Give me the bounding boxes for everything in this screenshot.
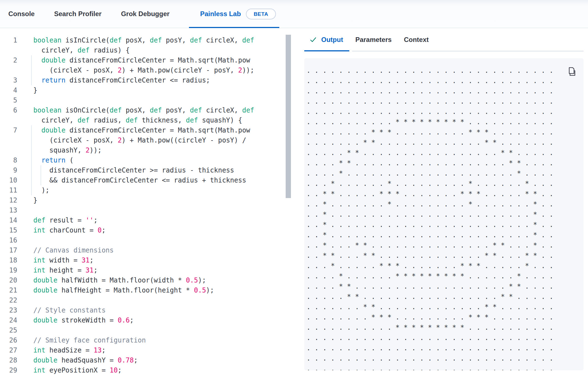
code-line-text: return (: [25, 155, 74, 165]
code-line-text: distanceFromCircleCenter >= radius - thi…: [33, 165, 234, 175]
line-number: 27: [0, 345, 17, 355]
indent-guide: [31, 155, 32, 165]
check-icon: [309, 36, 317, 44]
code-line-text: double strokeWidth = 0.6;: [17, 315, 134, 325]
code-line-text: int width = 31;: [17, 255, 94, 265]
tab-output-label: Output: [321, 36, 343, 44]
indent-guide: [31, 125, 32, 135]
code-line-text: && distanceFromCircleCenter <= radius + …: [33, 175, 246, 185]
code-line-text: double distanceFromCircleCenter = Math.s…: [25, 125, 250, 135]
code-line-text: // Style constants: [17, 305, 106, 315]
code-row: 3return distanceFromCircleCenter <= radi…: [0, 75, 300, 85]
code-line-text: [17, 235, 33, 245]
line-number: 22: [0, 295, 17, 305]
code-row: 9distanceFromCircleCenter >= radius - th…: [0, 165, 300, 175]
line-number: 17: [0, 245, 17, 255]
code-row: 14def result = '';: [0, 215, 300, 225]
line-number: 14: [0, 215, 17, 225]
line-number: 3: [0, 75, 17, 85]
line-number: 10: [0, 175, 17, 185]
line-number: 13: [0, 205, 17, 215]
line-number: [0, 145, 17, 155]
tab-console[interactable]: Console: [8, 0, 35, 28]
code-line-text: int charCount = 0;: [17, 225, 106, 235]
devtools-header: Console Search Profiler Grok Debugger Pa…: [0, 0, 588, 28]
code-line-text: double halfHeight = Math.floor(height * …: [17, 285, 214, 295]
line-number: 11: [0, 185, 17, 195]
code-row: 29int eyePositionX = 10;: [0, 365, 300, 375]
code-row: 11);: [0, 185, 300, 195]
tab-painless-lab-label: Painless Lab: [200, 10, 241, 18]
code-line-text: double halfWidth = Math.floor(width * 0.…: [17, 275, 206, 285]
line-number: 23: [0, 305, 17, 315]
code-row: 10&& distanceFromCircleCenter <= radius …: [0, 175, 300, 185]
code-line-text: int height = 31;: [17, 265, 98, 275]
code-line-text: double headSquashY = 0.78;: [17, 355, 138, 365]
copy-button[interactable]: [568, 67, 577, 77]
code-line-text: }: [17, 85, 37, 95]
tab-painless-lab[interactable]: Painless Lab BETA: [189, 0, 279, 28]
indent-guide: [41, 165, 41, 175]
line-number: 21: [0, 285, 17, 295]
line-number: 28: [0, 355, 17, 365]
copy-icon: [568, 67, 577, 76]
code-line-text: (circleX - posX, 2) + Math.pow(circleY -…: [33, 65, 254, 75]
code-row: 12}: [0, 195, 300, 205]
indent-guide: [31, 55, 32, 65]
code-row: 23// Style constants: [0, 305, 300, 315]
code-line-text: circleY, def radius) {: [25, 45, 130, 55]
tab-context[interactable]: Context: [404, 28, 428, 51]
line-number: 2: [0, 55, 17, 65]
code-line-text: double distanceFromCircleCenter = Math.s…: [25, 55, 250, 65]
code-row: 2double distanceFromCircleCenter = Math.…: [0, 55, 300, 65]
line-number: 20: [0, 275, 17, 285]
line-number: 26: [0, 335, 17, 345]
line-number: 24: [0, 315, 17, 325]
code-row: 17// Canvas dimensions: [0, 245, 300, 255]
line-number: [0, 135, 17, 145]
code-row: circleY, def radius) {: [0, 45, 300, 55]
code-line-text: }: [17, 195, 37, 205]
editor-scrollbar-thumb[interactable]: [286, 35, 291, 198]
code-line-text: [17, 325, 33, 335]
code-line-text: (circleX - posX, 2) + Math.pow((circleY …: [33, 135, 246, 145]
line-number: 18: [0, 255, 17, 265]
code-row: 5: [0, 95, 300, 105]
code-line-text: [17, 95, 33, 105]
code-row: (circleX - posX, 2) + Math.pow(circleY -…: [0, 65, 300, 75]
tab-search-profiler[interactable]: Search Profiler: [54, 0, 102, 28]
indent-guide: [31, 165, 32, 175]
line-number: 6: [0, 105, 17, 115]
line-number: 5: [0, 95, 17, 105]
code-line-text: int eyePositionX = 10;: [17, 365, 122, 375]
indent-guide: [31, 75, 32, 85]
code-line-text: // Canvas dimensions: [17, 245, 114, 255]
tab-output[interactable]: Output: [309, 28, 343, 51]
code-editor[interactable]: 1boolean isInCircle(def posX, def posY, …: [0, 28, 300, 375]
code-row: 22: [0, 295, 300, 305]
indent-guide: [31, 175, 32, 185]
code-line-text: squashY, 2));: [33, 145, 102, 155]
tab-grok-debugger[interactable]: Grok Debugger: [121, 0, 170, 28]
code-line-text: [17, 295, 33, 305]
line-number: 25: [0, 325, 17, 335]
code-line-text: boolean isInCircle(def posX, def posY, d…: [17, 35, 254, 45]
tab-parameters[interactable]: Parameters: [355, 28, 392, 51]
line-number: 29: [0, 365, 17, 375]
code-line-text: return distanceFromCircleCenter <= radiu…: [25, 75, 210, 85]
output-panel: . . . . . . . . . . . . . . . . . . . . …: [304, 58, 584, 370]
code-row: 18int width = 31;: [0, 255, 300, 265]
output-art: . . . . . . . . . . . . . . . . . . . . …: [304, 58, 584, 370]
line-number: 16: [0, 235, 17, 245]
line-number: 9: [0, 165, 17, 175]
code-row: 13: [0, 205, 300, 215]
tabs-divider: [352, 51, 584, 51]
indent-guide: [31, 145, 32, 155]
code-row: 1boolean isInCircle(def posX, def posY, …: [0, 35, 300, 45]
code-row: 28double headSquashY = 0.78;: [0, 355, 300, 365]
code-row: 8return (: [0, 155, 300, 165]
code-line-text: );: [25, 185, 49, 195]
code-row: 6boolean isOnCircle(def posX, def posY, …: [0, 105, 300, 115]
beta-badge: BETA: [246, 9, 276, 19]
code-line-text: circleY, def radius, def thickness, def …: [25, 115, 242, 125]
